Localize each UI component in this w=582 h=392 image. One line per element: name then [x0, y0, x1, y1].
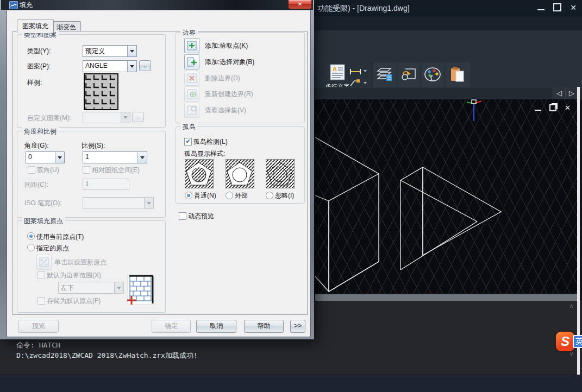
- chevron-down-icon[interactable]: [127, 61, 136, 72]
- pattern-combobox[interactable]: ANGLE: [83, 60, 137, 72]
- dimension-icon: [349, 68, 361, 75]
- remove-boundary-button: [184, 71, 199, 86]
- pattern-sample-swatch[interactable]: [84, 73, 118, 110]
- add-select-objects-label[interactable]: 添加:选择对象(B): [205, 58, 254, 67]
- dialog-close-button[interactable]: ✕: [288, 0, 312, 9]
- specified-origin-radio[interactable]: [27, 244, 35, 251]
- specified-origin-label[interactable]: 指定的原点: [36, 244, 69, 253]
- island-group: 孤岛 ✔ 孤岛检测(L) 孤岛显示样式:: [176, 127, 305, 204]
- view-selection-label: 查看选择集(V): [205, 106, 246, 115]
- island-style-label: 孤岛显示样式:: [184, 149, 225, 159]
- view-selection-button: [184, 103, 199, 118]
- doc-restore-button[interactable]: [549, 104, 556, 111]
- pattern-browse-button[interactable]: ..: [139, 60, 151, 71]
- angle-scale-group: 角度和比例 角度(G): 0 比例(S): 1 双向(U) 相对图纸空间(E) …: [17, 131, 166, 218]
- command-scroll-up-icon[interactable]: ˄: [570, 303, 573, 311]
- horizontal-scrollbar[interactable]: [315, 294, 577, 301]
- set-new-origin-button: [36, 255, 52, 270]
- custom-browse-button: ..: [132, 112, 144, 122]
- default-extents-label: 默认为边界范围(X): [47, 271, 101, 280]
- default-extents-checkbox: [37, 271, 45, 279]
- boundary-group-label: 边界: [180, 28, 198, 37]
- add-pick-points-label[interactable]: 添加:拾取点(K): [205, 41, 248, 50]
- island-style-normal-image[interactable]: [185, 159, 214, 188]
- dynamic-preview-label[interactable]: 动态预览: [188, 212, 214, 221]
- drawing-canvas[interactable]: ✕: [315, 99, 577, 294]
- help-button[interactable]: 帮助: [244, 320, 284, 333]
- doc-prev-icon[interactable]: ◁: [553, 89, 565, 97]
- scale-combobox[interactable]: 1: [83, 151, 147, 163]
- doc-minimize-button[interactable]: [535, 110, 541, 111]
- more-options-button[interactable]: >>: [290, 320, 305, 333]
- relative-paper-checkbox: [83, 166, 90, 174]
- command-scroll-down-icon[interactable]: ˅: [570, 351, 573, 358]
- mtext-icon: A: [329, 64, 346, 80]
- cancel-button[interactable]: 取消: [196, 320, 236, 333]
- dynamic-preview-checkbox[interactable]: [179, 212, 186, 220]
- relative-paper-label: 相对图纸空间(E): [92, 166, 140, 175]
- set-origin-icon: [39, 257, 49, 267]
- island-style-outer-image[interactable]: [226, 159, 254, 188]
- angle-label: 角度(G):: [24, 141, 49, 150]
- island-outer-label[interactable]: 外部: [235, 191, 248, 200]
- dimension-button[interactable]: [349, 67, 361, 77]
- iso-pen-width-label: ISO 笔宽(O):: [24, 199, 62, 208]
- store-default-origin-label: 存储为默认原点(F): [47, 296, 101, 306]
- chevron-down-icon: [144, 198, 153, 208]
- remove-boundary-icon: [187, 73, 197, 83]
- sogou-logo-icon[interactable]: S: [556, 332, 574, 351]
- pick-points-icon: [187, 41, 197, 50]
- app-title: 功能受限) - [Drawing1.dwg]: [317, 4, 410, 14]
- ime-language-badge[interactable]: 英: [573, 335, 582, 348]
- island-outer-radio[interactable]: [226, 192, 233, 199]
- island-ignore-label[interactable]: 忽略(I): [275, 191, 294, 200]
- custom-pattern-combobox: [83, 112, 130, 123]
- spacing-label: 间距(C):: [24, 180, 48, 189]
- boundary-group: 边界 添加:拾取点(K) 添加:选择对象(B): [176, 32, 305, 123]
- island-ignore-radio[interactable]: [266, 192, 273, 199]
- type-label: 类型(Y):: [27, 47, 51, 56]
- command-history-line: D:\zwcad2018\ZWCAD 2018\ZwHatch.zrx加载成功!: [16, 351, 198, 361]
- chevron-down-icon[interactable]: [127, 46, 136, 56]
- tab-pattern-fill[interactable]: 图案填充: [17, 20, 54, 33]
- island-detection-label[interactable]: 孤岛检测(L): [193, 137, 228, 147]
- chevron-down-icon[interactable]: [137, 152, 147, 163]
- ucs-icon: [466, 99, 486, 122]
- properties-icon: [423, 65, 442, 84]
- leader-dropdown[interactable]: [364, 82, 367, 84]
- svg-text:A: A: [333, 66, 337, 72]
- select-objects-icon: [187, 57, 197, 67]
- command-history-line: 命令: HATCH: [16, 340, 60, 350]
- angle-combobox[interactable]: 0: [26, 151, 65, 163]
- remove-boundary-label: 删除边界(D): [205, 74, 240, 83]
- recreate-boundary-icon: [187, 89, 197, 99]
- dimension-dropdown[interactable]: [364, 70, 367, 72]
- doc-next-icon[interactable]: ▷: [566, 89, 578, 97]
- app-minimize-button[interactable]: [537, 9, 545, 10]
- chevron-down-icon[interactable]: [55, 152, 64, 163]
- use-current-origin-label[interactable]: 使用当前原点(T): [36, 232, 84, 242]
- add-select-objects-button[interactable]: [184, 54, 199, 69]
- app-maximize-button[interactable]: [553, 3, 561, 11]
- origin-corner-combobox: 左下: [58, 282, 124, 294]
- add-pick-points-button[interactable]: [184, 38, 199, 53]
- recreate-boundary-button: [184, 86, 199, 102]
- click-set-origin-label: 单击以设置新原点: [54, 258, 107, 267]
- app-close-button[interactable]: ✕: [570, 4, 577, 11]
- recreate-boundary-label: 重新创建边界(R): [205, 90, 253, 99]
- island-style-ignore-image[interactable]: [266, 159, 295, 188]
- use-current-origin-radio[interactable]: [27, 232, 35, 240]
- block-icon: [400, 65, 417, 84]
- custom-pattern-label: 自定义图案(M):: [27, 113, 71, 123]
- island-normal-label[interactable]: 普通(N): [194, 191, 216, 200]
- type-pattern-group: 类型和图案 类型(Y): 预定义 图案(P): ANGLE .. 样例:: [17, 34, 166, 128]
- sample-label: 样例:: [27, 78, 42, 87]
- view-selection-icon: [187, 105, 197, 115]
- island-detection-checkbox[interactable]: ✔: [184, 138, 192, 146]
- pattern-label: 图案(P):: [27, 62, 51, 71]
- island-normal-radio[interactable]: [185, 192, 192, 199]
- double-label: 双向(U): [37, 166, 59, 175]
- doc-close-button[interactable]: ✕: [565, 104, 571, 112]
- type-combobox[interactable]: 预定义: [83, 45, 137, 57]
- dialog-titlebar[interactable]: 填充 ✕: [1, 0, 313, 10]
